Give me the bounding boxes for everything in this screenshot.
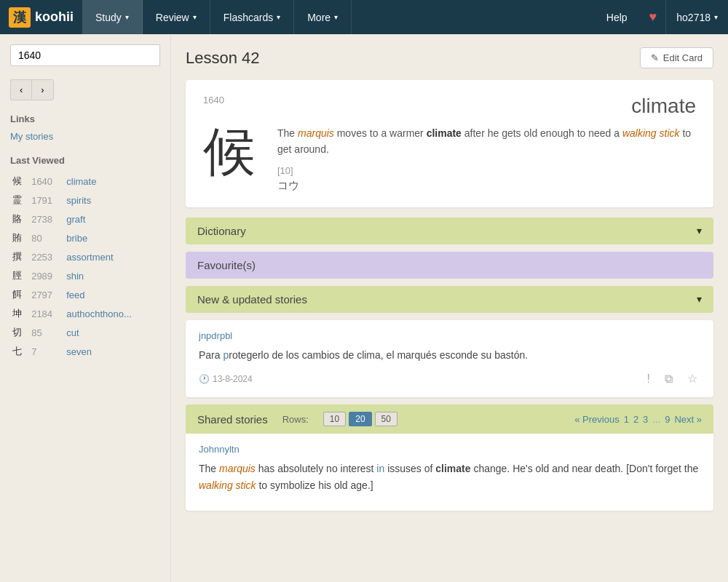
page-last-link[interactable]: 9 — [665, 414, 670, 425]
user-menu[interactable]: ho2718 ▾ — [665, 0, 728, 34]
logo-text: koohii — [35, 9, 74, 25]
chevron-down-icon: ▾ — [697, 225, 702, 236]
main-layout: ‹ › Links My stories Last Viewed 候 1640 … — [0, 34, 728, 582]
last-viewed-title: Last Viewed — [10, 155, 160, 166]
favourites-title: Favourite(s) — [197, 259, 256, 271]
story-author[interactable]: jnpdrpbl — [199, 330, 700, 341]
dictionary-header[interactable]: Dictionary ▾ — [186, 218, 713, 244]
last-viewed-num: 2989 — [29, 266, 64, 285]
card-info: The marquis moves to a warmer climate af… — [277, 125, 696, 193]
next-page-link[interactable]: Next » — [674, 414, 702, 425]
page-3-link[interactable]: 3 — [643, 414, 648, 425]
page-ellipsis: ... — [652, 414, 660, 425]
last-viewed-keyword[interactable]: cut — [64, 323, 160, 342]
last-viewed-row: 霊 1791 spirits — [10, 191, 160, 210]
chevron-down-icon: ▾ — [277, 13, 280, 21]
sidebar-nav-buttons: ‹ › — [10, 73, 160, 100]
last-viewed-num: 85 — [29, 323, 64, 342]
heart-icon[interactable]: ♥ — [641, 0, 666, 34]
help-link[interactable]: Help — [593, 0, 641, 34]
copy-button[interactable]: ⧉ — [662, 371, 676, 387]
last-viewed-kanji: 餌 — [10, 285, 29, 304]
card-story: The marquis moves to a warmer climate af… — [277, 125, 696, 158]
last-viewed-row: 賄 80 bribe — [10, 228, 160, 247]
rows-20-button[interactable]: 20 — [349, 412, 371, 426]
last-viewed-kanji: 撰 — [10, 247, 29, 266]
card-keyword: climate — [631, 95, 696, 118]
dictionary-title: Dictionary — [197, 225, 246, 237]
page-1-link[interactable]: 1 — [624, 414, 629, 425]
last-viewed-row: 切 85 cut — [10, 323, 160, 342]
last-viewed-row: 候 1640 climate — [10, 172, 160, 191]
last-viewed-keyword[interactable]: bribe — [64, 228, 160, 247]
prev-page-link[interactable]: « Previous — [574, 414, 619, 425]
last-viewed-num: 2797 — [29, 285, 64, 304]
nav-study[interactable]: Study ▾ — [82, 0, 143, 34]
last-viewed-kanji: 坤 — [10, 304, 29, 323]
shared-story-card: Johnnyltn The marquis has absolutely no … — [186, 434, 713, 511]
last-viewed-row: 七 7 seven — [10, 342, 160, 361]
story-footer: 🕐 13-8-2024 ! ⧉ ☆ — [199, 370, 700, 387]
last-viewed-row: 坤 2184 authochthono... — [10, 304, 160, 323]
card-kanji: 候 — [203, 125, 263, 178]
lesson-header: Lesson 42 ✎ Edit Card — [186, 47, 713, 68]
next-button[interactable]: › — [31, 79, 53, 100]
last-viewed-keyword[interactable]: assortment — [64, 247, 160, 266]
last-viewed-keyword[interactable]: spirits — [64, 191, 160, 210]
story-actions: ! ⧉ ☆ — [644, 370, 700, 387]
rows-options: 10 20 50 — [323, 412, 397, 426]
pagination: « Previous 1 2 3 ... 9 Next » — [574, 414, 702, 425]
content: Lesson 42 ✎ Edit Card 1640 climate 候 The… — [171, 34, 728, 582]
page-2-link[interactable]: 2 — [633, 414, 638, 425]
nav-review[interactable]: Review ▾ — [143, 0, 210, 34]
navbar: 漢 koohii Study ▾ Review ▾ Flashcards ▾ M… — [0, 0, 728, 34]
last-viewed-num: 2253 — [29, 247, 64, 266]
last-viewed-keyword[interactable]: authochthono... — [64, 304, 160, 323]
flag-button[interactable]: ! — [644, 371, 653, 387]
card-body: 候 The marquis moves to a warmer climate … — [203, 125, 696, 193]
nav-more[interactable]: More ▾ — [294, 0, 352, 34]
chevron-down-icon: ▾ — [697, 293, 702, 305]
nav-flashcards[interactable]: Flashcards ▾ — [210, 0, 294, 34]
last-viewed-kanji: 脛 — [10, 266, 29, 285]
card-stroke: [10] — [277, 165, 696, 176]
logo-kanji: 漢 — [9, 7, 31, 28]
navbar-right: Help ♥ ho2718 ▾ — [593, 0, 728, 34]
last-viewed-keyword[interactable]: shin — [64, 266, 160, 285]
last-viewed-num: 1640 — [29, 172, 64, 191]
kanji-card: 1640 climate 候 The marquis moves to a wa… — [186, 80, 713, 207]
last-viewed-keyword[interactable]: climate — [64, 172, 160, 191]
shared-stories-title: Shared stories — [197, 413, 268, 426]
card-reading: コウ — [277, 179, 696, 193]
star-button[interactable]: ☆ — [684, 370, 700, 387]
shared-story-text: The marquis has absolutely no interest i… — [199, 461, 700, 493]
rows-50-button[interactable]: 50 — [375, 412, 397, 426]
sidebar-search — [10, 44, 160, 66]
new-stories-header[interactable]: New & updated stories ▾ — [186, 286, 713, 313]
links-title: Links — [10, 113, 160, 124]
search-input[interactable] — [10, 44, 160, 66]
story-date: 🕐 13-8-2024 — [199, 374, 253, 384]
last-viewed-kanji: 七 — [10, 342, 29, 361]
last-viewed-row: 撰 2253 assortment — [10, 247, 160, 266]
last-viewed-row: 賂 2738 graft — [10, 210, 160, 228]
favourites-header[interactable]: Favourite(s) — [186, 252, 713, 279]
last-viewed-keyword[interactable]: feed — [64, 285, 160, 304]
rows-label: Rows: — [282, 414, 309, 425]
sidebar: ‹ › Links My stories Last Viewed 候 1640 … — [0, 34, 171, 582]
my-stories-link[interactable]: My stories — [10, 131, 53, 142]
last-viewed-keyword[interactable]: seven — [64, 342, 160, 361]
edit-card-button[interactable]: ✎ Edit Card — [640, 47, 713, 68]
last-viewed-num: 7 — [29, 342, 64, 361]
logo[interactable]: 漢 koohii — [0, 7, 82, 28]
last-viewed-kanji: 候 — [10, 172, 29, 191]
chevron-down-icon: ▾ — [714, 13, 718, 21]
shared-story-author[interactable]: Johnnyltn — [199, 444, 700, 455]
prev-button[interactable]: ‹ — [10, 79, 31, 100]
last-viewed-num: 1791 — [29, 191, 64, 210]
last-viewed-keyword[interactable]: graft — [64, 210, 160, 228]
chevron-down-icon: ▾ — [125, 13, 129, 21]
rows-10-button[interactable]: 10 — [323, 412, 346, 426]
last-viewed-table: 候 1640 climate 霊 1791 spirits 賂 2738 gra… — [10, 172, 160, 361]
last-viewed-kanji: 賄 — [10, 228, 29, 247]
